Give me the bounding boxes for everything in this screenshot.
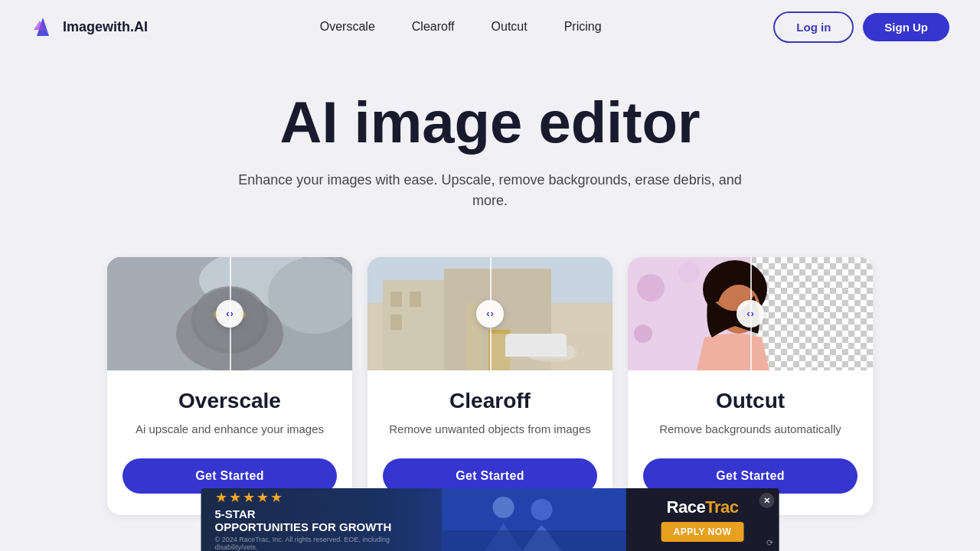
- hero-section: AI image editor Enhance your images with…: [0, 54, 980, 234]
- overscale-slider[interactable]: ‹›: [216, 300, 243, 328]
- logo[interactable]: Imagewith.AI: [31, 15, 148, 39]
- svg-point-41: [531, 499, 553, 520]
- ad-right-section: RaceTrac APPLY NOW: [626, 488, 779, 551]
- ad-tagline-sub: OPPORTUNITIES FOR GROWTH: [215, 520, 392, 533]
- nav-links: Overscale Clearoff Outcut Pricing: [320, 20, 602, 34]
- outcut-desc: Remove backgrounds automatically: [643, 421, 858, 437]
- svg-point-33: [678, 262, 700, 283]
- ad-left-section: ★★★★★ 5-STAROPPORTUNITIES FOR GROWTH © 2…: [201, 488, 443, 551]
- hero-subtitle: Enhance your images with ease. Upscale, …: [222, 170, 758, 211]
- card-outcut: ‹› Outcut Remove backgrounds automatical…: [628, 257, 873, 515]
- hero-title: AI image editor: [15, 92, 965, 153]
- card-clearoff-image: ‹›: [368, 257, 612, 370]
- navbar: Imagewith.AI Overscale Clearoff Outcut P…: [0, 0, 980, 54]
- clearoff-title: Clearoff: [383, 389, 597, 413]
- card-overscale: ‹› Overscale Ai upscale and enhance your…: [107, 257, 352, 515]
- outcut-slider[interactable]: ‹›: [737, 300, 764, 328]
- svg-rect-13: [107, 257, 230, 370]
- ad-scroll-indicator: ⟳: [766, 538, 773, 548]
- brand-name: Imagewith.AI: [63, 19, 148, 35]
- ad-people-image: [443, 488, 626, 551]
- svg-point-35: [634, 324, 652, 343]
- svg-rect-42: [443, 530, 626, 551]
- nav-outcut[interactable]: Outcut: [492, 20, 528, 34]
- ad-photo-svg: [443, 488, 626, 551]
- nav-clearoff[interactable]: Clearoff: [412, 20, 455, 34]
- svg-point-32: [637, 274, 665, 302]
- ad-stars: ★★★★★: [215, 489, 429, 506]
- signup-button[interactable]: Sign Up: [863, 13, 949, 41]
- ad-tagline: 5-STAROPPORTUNITIES FOR GROWTH: [215, 507, 429, 533]
- cards-row: ‹› Overscale Ai upscale and enhance your…: [0, 234, 980, 515]
- login-button[interactable]: Log in: [773, 11, 854, 43]
- logo-icon: [31, 15, 55, 39]
- clearoff-desc: Remove unwanted objects from images: [383, 421, 597, 437]
- ad-legal: © 2024 RaceTrac, Inc. All rights reserve…: [215, 536, 429, 551]
- ad-cta-label[interactable]: APPLY NOW: [662, 522, 744, 542]
- ad-banner: ★★★★★ 5-STAROPPORTUNITIES FOR GROWTH © 2…: [201, 488, 779, 551]
- svg-rect-25: [490, 334, 612, 370]
- outcut-title: Outcut: [643, 389, 858, 413]
- overscale-desc: Ai upscale and enhance your images: [122, 421, 337, 437]
- clearoff-slider[interactable]: ‹›: [476, 300, 504, 328]
- card-overscale-image: ‹›: [107, 257, 352, 370]
- overscale-title: Overscale: [122, 389, 337, 413]
- nav-actions: Log in Sign Up: [773, 11, 949, 43]
- nav-overscale[interactable]: Overscale: [320, 20, 375, 34]
- svg-rect-18: [410, 292, 421, 307]
- ad-brand-name: RaceTrac: [667, 497, 739, 517]
- ad-photo: [443, 488, 626, 551]
- svg-rect-30: [750, 257, 873, 370]
- svg-rect-17: [390, 292, 402, 307]
- ad-close-button[interactable]: ✕: [760, 493, 775, 508]
- svg-point-40: [493, 497, 514, 518]
- nav-pricing[interactable]: Pricing: [564, 20, 602, 34]
- card-outcut-image: ‹›: [628, 257, 873, 370]
- svg-rect-19: [390, 315, 402, 330]
- card-clearoff: ‹› Clearoff Remove unwanted objects from…: [368, 257, 612, 515]
